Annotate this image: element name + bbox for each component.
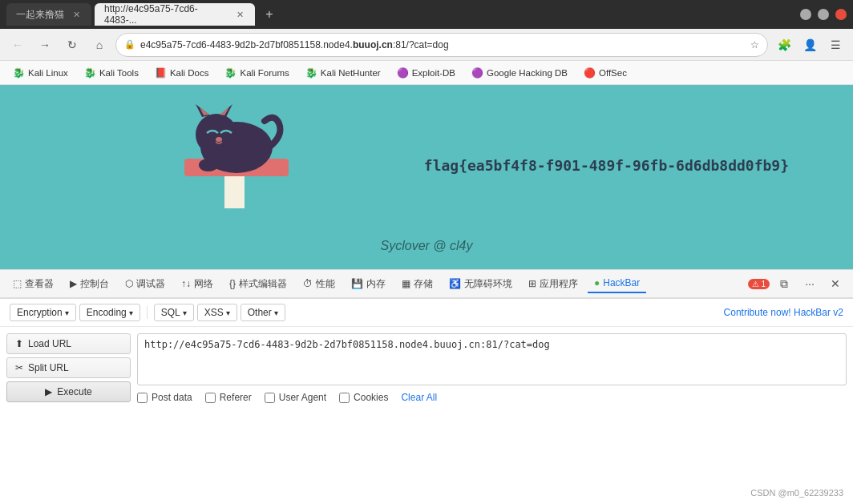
storage-icon: ▦	[402, 278, 410, 289]
post-data-checkbox[interactable]	[137, 393, 148, 403]
devtools-debugger[interactable]: ⬡ 调试器	[119, 274, 172, 294]
devtools-inspector[interactable]: ⬚ 查看器	[6, 274, 60, 294]
cookies-checkbox[interactable]	[339, 393, 350, 403]
bookmark-kali-linux[interactable]: 🐉 Kali Linux	[6, 66, 75, 80]
devtools-memory[interactable]: 💾 内存	[345, 274, 392, 294]
encoding-chevron-icon: ▾	[129, 308, 133, 317]
bookmark-icon[interactable]: ☆	[750, 39, 759, 50]
style-editor-icon: {}	[229, 278, 236, 289]
close-window-button[interactable]	[835, 9, 847, 20]
forward-button[interactable]: →	[34, 34, 56, 56]
cat-svg	[160, 93, 305, 213]
referer-option[interactable]: Referer	[205, 392, 252, 403]
minimize-button[interactable]	[800, 9, 811, 20]
contribute-text: Contribute now! HackBar v2	[724, 307, 843, 318]
tab-active[interactable]: http://e4c95a75-7cd6-4483-... ✕	[95, 3, 255, 26]
devtools-dock-button[interactable]: ⧉	[773, 272, 795, 295]
tab-inactive[interactable]: 一起来撸猫 ✕	[6, 3, 91, 26]
referer-label: Referer	[220, 392, 252, 403]
devtools-console[interactable]: ▶ 控制台	[63, 274, 115, 294]
extensions-button[interactable]: 🧩	[773, 34, 795, 56]
hackbar-encoding-menu[interactable]: Encoding ▾	[79, 304, 140, 321]
main-content: flag{ea5bf4f8-f901-489f-96fb-6d6db8dd0fb…	[0, 85, 853, 269]
split-url-label: Split URL	[28, 362, 69, 373]
reload-button[interactable]: ↻	[61, 34, 83, 56]
devtools-accessibility[interactable]: ♿ 无障碍环境	[443, 274, 519, 294]
user-agent-label: User Agent	[279, 392, 326, 403]
devtools-close-button[interactable]: ✕	[824, 272, 847, 295]
new-tab-button[interactable]: +	[258, 3, 281, 26]
hackbar-options: Post data Referer User Agent Cookies Cle…	[137, 389, 847, 406]
devtools-right-controls: ⚠ 1 ⧉ ··· ✕	[748, 272, 847, 295]
xss-button[interactable]: XSS ▾	[197, 304, 237, 321]
devtools-application[interactable]: ⊞ 应用程序	[522, 274, 584, 294]
devtools-more-button[interactable]: ···	[798, 272, 821, 295]
menu-button[interactable]: ☰	[824, 34, 847, 56]
split-url-button[interactable]: ✂ Split URL	[6, 357, 131, 378]
tab-active-close-icon[interactable]: ✕	[234, 9, 245, 20]
nav-bar: ← → ↻ ⌂ 🔒 e4c95a75-7cd6-4483-9d2b-2d7bf0…	[0, 29, 853, 61]
bookmark-kali-docs[interactable]: 📕 Kali Docs	[148, 66, 216, 80]
address-bar[interactable]: 🔒 e4c95a75-7cd6-4483-9d2b-2d7bf0851158.n…	[115, 33, 768, 57]
referer-checkbox[interactable]	[205, 393, 216, 403]
devtools-style-editor[interactable]: {} 样式编辑器	[223, 274, 293, 294]
nav-right-buttons: 🧩 👤 ☰	[773, 34, 847, 56]
execute-button[interactable]: ▶ Execute	[6, 381, 131, 402]
tab-bar: 一起来撸猫 ✕ http://e4c95a75-7cd6-4483-... ✕ …	[0, 0, 853, 29]
bookmark-google-hacking-db[interactable]: 🟣 Google Hacking DB	[465, 66, 574, 80]
tab-close-icon[interactable]: ✕	[71, 9, 82, 20]
devtools-performance[interactable]: ⏱ 性能	[297, 274, 342, 294]
hackbar-encryption-menu[interactable]: Encryption ▾	[10, 304, 76, 321]
load-url-button[interactable]: ⬆ Load URL	[6, 333, 131, 354]
user-agent-option[interactable]: User Agent	[265, 392, 326, 403]
hackbar-xss-menu[interactable]: XSS ▾	[197, 304, 237, 321]
encoding-button[interactable]: Encoding ▾	[79, 304, 140, 321]
bookmark-kali-tools[interactable]: 🐉 Kali Tools	[78, 66, 145, 80]
bookmark-google-hacking-db-label: Google Hacking DB	[487, 68, 568, 78]
bookmark-exploit-db-label: Exploit-DB	[412, 68, 455, 78]
accessibility-label: 无障碍环境	[464, 277, 512, 291]
svg-point-8	[216, 137, 222, 142]
hackbar-toolbar: Encryption ▾ Encoding ▾ SQL ▾ XSS ▾	[0, 299, 853, 327]
flag-value: flag{ea5bf4f8-f901-489f-96fb-6d6db8dd0fb…	[424, 157, 789, 174]
devtools-hackbar[interactable]: ● HackBar	[588, 274, 646, 293]
hackbar-action-buttons: ⬆ Load URL ✂ Split URL ▶ Execute	[6, 333, 131, 406]
post-data-option[interactable]: Post data	[137, 392, 192, 403]
error-count: 1	[761, 280, 766, 288]
back-button[interactable]: ←	[6, 34, 29, 56]
bookmark-kali-forums-label: Kali Forums	[240, 68, 289, 78]
bookmark-kali-nethunter[interactable]: 🐉 Kali NetHunter	[299, 66, 387, 80]
sql-label: SQL	[161, 307, 180, 318]
clear-all-button[interactable]: Clear All	[401, 392, 437, 403]
load-url-label: Load URL	[28, 338, 71, 349]
split-url-icon: ✂	[15, 362, 23, 373]
cookies-option[interactable]: Cookies	[339, 392, 388, 403]
bookmark-kali-linux-label: Kali Linux	[28, 68, 68, 78]
user-agent-checkbox[interactable]	[265, 393, 275, 403]
bookmark-exploit-db[interactable]: 🟣 Exploit-DB	[390, 66, 462, 80]
home-button[interactable]: ⌂	[88, 34, 111, 56]
window-controls	[800, 9, 847, 20]
bookmark-kali-forums[interactable]: 🐉 Kali Forums	[218, 66, 295, 80]
encryption-button[interactable]: Encryption ▾	[10, 304, 76, 321]
bookmarks-bar: 🐉 Kali Linux 🐉 Kali Tools 📕 Kali Docs 🐉 …	[0, 61, 853, 85]
hackbar-sql-menu[interactable]: SQL ▾	[154, 304, 194, 321]
inspector-icon: ⬚	[13, 278, 22, 289]
hackbar-url-input[interactable]: http://e4c95a75-7cd6-4483-9d2b-2d7bf0851…	[137, 333, 847, 385]
profile-button[interactable]: 👤	[798, 34, 821, 56]
console-icon: ▶	[70, 278, 77, 289]
devtools-storage[interactable]: ▦ 存储	[395, 274, 439, 294]
performance-icon: ⏱	[303, 278, 313, 289]
encoding-label: Encoding	[87, 307, 127, 318]
maximize-button[interactable]	[818, 9, 829, 20]
hackbar-contribute[interactable]: Contribute now! HackBar v2	[724, 307, 843, 318]
hackbar-content: ⬆ Load URL ✂ Split URL ▶ Execute http://…	[0, 327, 853, 413]
bookmark-offsec[interactable]: 🔴 OffSec	[577, 66, 633, 80]
sql-button[interactable]: SQL ▾	[154, 304, 194, 321]
devtools-network[interactable]: ↑↓ 网络	[175, 274, 220, 294]
other-button[interactable]: Other ▾	[241, 304, 285, 321]
kali-forums-icon: 🐉	[224, 67, 236, 79]
hackbar-tab-label: HackBar	[603, 277, 640, 288]
sql-chevron-icon: ▾	[183, 308, 187, 317]
hackbar-other-menu[interactable]: Other ▾	[241, 304, 285, 321]
